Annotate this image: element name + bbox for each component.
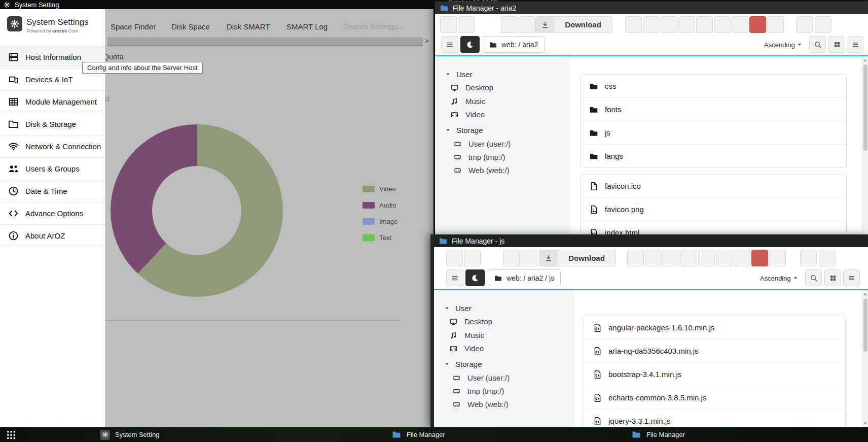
- toolbar-button[interactable]: [625, 16, 642, 33]
- menu-button[interactable]: [441, 36, 458, 53]
- fm-js-titlebar[interactable]: File Manager - js: [434, 234, 868, 247]
- breadcrumb[interactable]: web: / aria2 / js: [488, 269, 561, 286]
- tree-item[interactable]: Desktop: [449, 317, 492, 326]
- caret-down-icon[interactable]: [792, 275, 799, 281]
- window-control[interactable]: [826, 5, 833, 11]
- search-button[interactable]: [805, 269, 822, 286]
- file-row[interactable]: angular-packages-1.6.10.min.js: [584, 316, 845, 339]
- toolbar-button[interactable]: [645, 250, 662, 266]
- toolbar-button[interactable]: [815, 16, 831, 33]
- tree-item[interactable]: Music: [450, 97, 485, 106]
- toolbar-button[interactable]: [464, 250, 481, 266]
- settings-nav-item[interactable]: Advance Options: [0, 202, 105, 225]
- toolbar-button[interactable]: [800, 250, 817, 266]
- tree-item[interactable]: User (user:/): [453, 140, 511, 148]
- search-button[interactable]: [809, 36, 826, 53]
- tree-section-header[interactable]: Storage: [445, 126, 483, 134]
- toolbar-button[interactable]: [458, 16, 475, 33]
- toolbar-button[interactable]: [751, 250, 768, 266]
- download-button[interactable]: Download: [535, 16, 612, 33]
- fm-aria2-titlebar[interactable]: File Manager - aria2: [435, 2, 868, 14]
- toolbar-button[interactable]: [714, 16, 731, 33]
- toolbar-button[interactable]: [627, 250, 644, 266]
- search-settings-input[interactable]: [343, 21, 405, 31]
- toolbar-button[interactable]: [440, 16, 457, 33]
- scroll-up-icon[interactable]: ▲: [862, 58, 868, 62]
- menu-button[interactable]: [446, 269, 463, 286]
- toolbar-button[interactable]: [521, 250, 537, 266]
- tree-item[interactable]: tmp (tmp:/): [452, 387, 504, 395]
- settings-nav-item[interactable]: Disk & Storage: [0, 113, 105, 135]
- window-control[interactable]: [857, 5, 863, 11]
- settings-nav-item[interactable]: Network & Connection: [0, 135, 105, 158]
- scroll-down-icon[interactable]: ▼: [862, 421, 868, 426]
- tab-disk-smart[interactable]: Disk SMART: [227, 22, 270, 31]
- window-control[interactable]: [842, 238, 848, 244]
- toolbar-button[interactable]: [732, 16, 748, 33]
- tree-section-header[interactable]: Storage: [444, 360, 482, 368]
- grid-view-button[interactable]: [824, 269, 841, 286]
- list-view-button[interactable]: [847, 36, 863, 53]
- tab-scrollbar[interactable]: [107, 38, 423, 46]
- toolbar-button[interactable]: [503, 250, 520, 266]
- tree-item[interactable]: User (user:/): [452, 373, 510, 382]
- grid-view-button[interactable]: [828, 36, 845, 53]
- tree-item[interactable]: Desktop: [450, 83, 493, 92]
- toolbar-button[interactable]: [769, 250, 786, 266]
- settings-nav-item[interactable]: About ArOZ: [0, 225, 105, 247]
- window-control[interactable]: [842, 5, 848, 11]
- tab-smart-log[interactable]: SMART Log: [286, 22, 328, 31]
- toolbar-button[interactable]: [796, 16, 813, 33]
- list-view-button[interactable]: [843, 269, 860, 286]
- taskbar-item-file-manager-1[interactable]: File Manager: [391, 427, 445, 442]
- tree-item[interactable]: Music: [449, 331, 484, 339]
- tree-item[interactable]: Video: [450, 110, 485, 119]
- file-row[interactable]: bootstrap-3.4.1.min.js: [584, 363, 845, 386]
- window-control[interactable]: [826, 238, 833, 244]
- file-row[interactable]: jquery-3.3.1.min.js: [584, 410, 845, 427]
- toolbar-button[interactable]: [716, 250, 733, 266]
- theme-toggle-button[interactable]: [465, 269, 485, 286]
- taskbar-item-system-setting[interactable]: System Setting: [100, 427, 159, 442]
- settings-nav-item[interactable]: Date & Time: [0, 180, 105, 202]
- toolbar-button[interactable]: [767, 16, 784, 33]
- folder-row[interactable]: css: [581, 75, 846, 98]
- scroll-up-icon[interactable]: ▲: [862, 292, 868, 296]
- sort-order-label[interactable]: Ascending: [764, 41, 795, 49]
- window-control[interactable]: [857, 238, 863, 244]
- tree-item[interactable]: Video: [449, 344, 484, 353]
- file-row[interactable]: favicon.png: [581, 198, 846, 221]
- toolbar-button[interactable]: [819, 250, 836, 266]
- scrollbar-thumb[interactable]: [863, 64, 867, 151]
- file-row[interactable]: aria-ng-da5356c403.min.js: [584, 339, 845, 363]
- tree-section-header[interactable]: User: [444, 304, 472, 313]
- download-button[interactable]: Download: [539, 250, 616, 266]
- caret-down-icon[interactable]: [797, 42, 803, 48]
- chevron-right-icon[interactable]: >: [425, 37, 429, 45]
- folder-row[interactable]: langs: [581, 145, 846, 167]
- scrollbar-thumb[interactable]: [863, 298, 867, 352]
- theme-toggle-button[interactable]: [460, 36, 480, 53]
- toolbar-button[interactable]: [698, 250, 715, 266]
- toolbar-button[interactable]: [663, 250, 679, 266]
- tree-section-header[interactable]: User: [445, 70, 473, 79]
- toolbar-button[interactable]: [643, 16, 660, 33]
- toolbar-button[interactable]: [519, 16, 535, 33]
- toolbar-button[interactable]: [678, 16, 695, 33]
- apps-grid-button[interactable]: [6, 427, 16, 442]
- breadcrumb[interactable]: web: / aria2: [483, 36, 545, 53]
- file-row[interactable]: favicon.ico: [581, 175, 846, 198]
- tree-item[interactable]: Web (web:/): [452, 400, 509, 409]
- toolbar-button[interactable]: [661, 16, 677, 33]
- vertical-scrollbar[interactable]: ▲ ▼: [862, 290, 868, 427]
- tab-disk-space[interactable]: Disk Space: [171, 22, 210, 31]
- folder-row[interactable]: fonts: [581, 98, 846, 121]
- toolbar-button[interactable]: [446, 250, 463, 266]
- system-settings-titlebar[interactable]: System Setting: [0, 0, 433, 9]
- file-row[interactable]: echarts-common-3.8.5.min.js: [584, 386, 845, 410]
- toolbar-button[interactable]: [501, 16, 518, 33]
- folder-row[interactable]: js: [581, 121, 846, 145]
- toolbar-button[interactable]: [734, 250, 750, 266]
- tree-item[interactable]: Web (web:/): [453, 166, 510, 175]
- settings-nav-item[interactable]: Module Management: [0, 91, 105, 113]
